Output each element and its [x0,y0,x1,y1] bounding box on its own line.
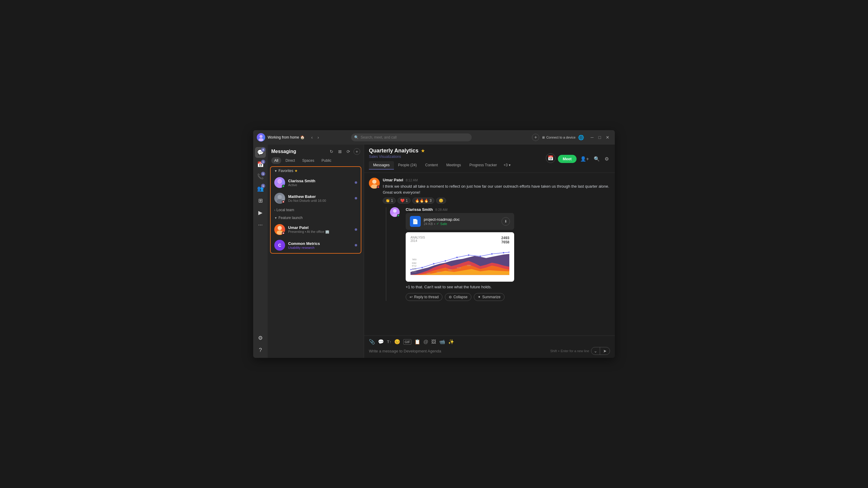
chart-right-num2: 7658 [501,240,509,244]
add-people-icon: 👤+ [580,156,589,161]
title-bar: Working from home 🏠 ‹ › 🔍 + 🖥 Connect to… [253,130,615,144]
filter-spaces[interactable]: Spaces [299,157,317,164]
send-button-group: ⌄ ➤ [591,347,610,355]
ai-icon[interactable]: ✨ [448,339,454,345]
common-metrics-unread-dot [355,244,357,247]
tab-people[interactable]: People (24) [394,161,421,170]
sidebar-item-help[interactable]: ? [255,345,266,355]
settings-icon: ⚙ [258,335,263,341]
user-avatar[interactable] [257,133,265,141]
tab-content[interactable]: Content [421,161,442,170]
add-people-button[interactable]: 👤+ [579,155,590,163]
filter-all[interactable]: All [271,157,281,164]
chat-item-umar[interactable]: Umar Patel Presenting • At the office 🏢 [271,222,361,237]
sidebar-item-apps[interactable]: ⊞ [255,195,266,206]
tab-messages[interactable]: Messages [369,161,394,170]
search-input[interactable] [351,133,472,141]
emoji-icon[interactable]: 😊 [394,339,400,345]
sync-button[interactable]: ⟳ [345,148,352,155]
chat-header: Quarterly Analytics ★ Sales Visualizatio… [364,144,615,173]
matthew-info: Matthew Baker Do Not Disturb until 16:00 [288,194,355,202]
favorites-header[interactable]: ▼ Favorites ★ [271,167,361,175]
filter-public[interactable]: Public [318,157,335,164]
chart-right-num1: 2493 [501,236,509,240]
back-button[interactable]: ‹ [310,134,315,141]
umar-msg-time: 8:12 AM [406,178,418,182]
message-input[interactable] [369,349,548,353]
reply-thread: Clarissa Smith 8:28 AM 📄 project-roadmap… [386,207,610,301]
close-button[interactable]: ✕ [604,134,611,140]
tab-progress-tracker[interactable]: Progress Tracker [465,161,501,170]
mention-icon[interactable]: @ [424,339,428,345]
chevron-down-2-icon: ▼ [274,216,277,220]
tab-meetings[interactable]: Meetings [442,161,465,170]
gif-icon[interactable]: GIF [403,339,411,345]
reaction-fire[interactable]: 🔥🔥🔥 3 [412,198,434,204]
chart-left-sub: 2014 [410,239,425,242]
connect-label: Connect to a device [546,135,575,139]
search-icon: 🔍 [354,135,359,139]
format-icon[interactable]: 💬 [378,339,384,345]
reaction-heart[interactable]: ❤️ 1 [398,198,410,204]
refresh-button[interactable]: ↻ [328,148,335,155]
minimize-button[interactable]: ─ [589,134,595,140]
app-window: Working from home 🏠 ‹ › 🔍 + 🖥 Connect to… [253,130,615,358]
sidebar-item-calls[interactable]: 📞 1 [255,171,266,182]
tab-more[interactable]: +3 ▾ [501,161,513,170]
download-button[interactable]: ⬇ [501,217,510,226]
sticker-icon[interactable]: 📋 [414,339,421,345]
svg-point-20 [456,257,458,258]
local-team-label: Local team [276,208,294,212]
summarize-button[interactable]: ✦ Summarize [474,293,504,301]
calls-badge: 1 [261,172,265,176]
sidebar-item-chat[interactable]: 💬 4 [255,147,266,158]
svg-point-22 [479,255,481,257]
main-layout: 💬 4 📅 1 📞 1 👥 1 ⊞ ▶ ··· [253,144,615,358]
umar-info: Umar Patel Presenting • At the office 🏢 [288,225,355,234]
svg-point-0 [259,135,262,138]
sidebar-item-calendar[interactable]: 📅 1 [255,159,266,170]
add-button[interactable]: + [532,134,539,141]
sidebar-item-more[interactable]: ··· [255,219,266,230]
maximize-button[interactable]: □ [597,134,603,140]
video-icon[interactable]: 📹 [439,339,445,345]
sidebar-item-settings[interactable]: ⚙ [255,332,266,344]
chat-item-clarissa[interactable]: Clarissa Smith Active [271,175,361,190]
chevron-down-icon: ▼ [274,169,277,173]
file-meta: 24 KB • ✓ Safe [424,222,498,226]
reaction-smile[interactable]: 😊 [436,198,446,204]
local-team-row[interactable]: › Local team [271,206,361,214]
svg-point-23 [491,253,493,255]
forward-button[interactable]: › [315,134,321,141]
send-button[interactable]: ➤ [600,347,610,355]
text-format-icon[interactable]: T↑ [387,339,391,344]
chat-star-icon[interactable]: ★ [421,148,425,154]
reaction-clap[interactable]: 👏 1 [383,198,396,204]
sidebar-item-teams[interactable]: 👥 1 [255,183,266,194]
input-toolbar: 📎 💬 T↑ 😊 GIF 📋 @ 🖼 📹 ✨ [369,339,610,345]
new-chat-button[interactable]: + [353,148,360,155]
reply-to-thread-button[interactable]: ↩ Reply to thread [406,293,442,301]
filter-direct[interactable]: Direct [282,157,298,164]
chat-item-matthew[interactable]: Matthew Baker Do Not Disturb until 16:00 [271,190,361,206]
chat-item-common-metrics[interactable]: C Common Metrics Usability research [271,237,361,253]
msg-reactions: 👏 1 ❤️ 1 🔥🔥🔥 3 😊 [383,198,610,204]
search-chat-button[interactable]: 🔍 [592,155,601,163]
input-box-wrapper: Shift + Enter for a new line ⌄ ➤ [369,347,610,355]
svg-point-11 [372,180,376,184]
messaging-header: Messaging ↻ ⊠ ⟳ + [268,144,364,157]
collapse-button[interactable]: ⊖ Collapse [445,293,471,301]
attach-icon[interactable]: 📎 [369,339,375,345]
sidebar-item-play[interactable]: ▶ [255,207,266,218]
connect-device-button[interactable]: 🖥 Connect to a device [541,135,575,139]
gear-icon: ⚙ [604,156,609,161]
calendar-add-button[interactable]: 📅 [546,153,555,163]
svg-text:6382: 6382 [412,262,416,264]
expand-send-button[interactable]: ⌄ [591,347,600,355]
image-icon[interactable]: 🖼 [431,339,436,345]
filter-button[interactable]: ⊠ [337,148,343,155]
meet-button[interactable]: Meet [558,155,577,163]
reply-message-clarissa: Clarissa Smith 8:28 AM 📄 project-roadmap… [390,207,610,301]
feature-launch-row[interactable]: ▼ Feature launch [271,214,361,222]
settings-button[interactable]: ⚙ [603,155,610,163]
